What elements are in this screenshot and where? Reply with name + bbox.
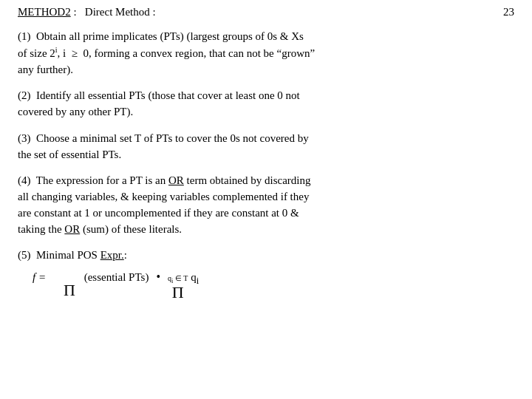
step-5-text: (5) Minimal POS Expr.: [18, 248, 514, 264]
step-3: (3) Choose a minimal set T of PTs to cov… [18, 131, 514, 163]
method2-label: METHOD2 [18, 6, 71, 18]
header-left: METHOD2 : Direct Method : [18, 6, 156, 18]
page: METHOD2 : Direct Method : 23 (1) Obtain … [0, 0, 532, 399]
f-eq: f = [33, 270, 46, 286]
header-colon2: : [152, 6, 155, 18]
header-colon1: : [73, 6, 84, 18]
pi-symbol: Π [64, 282, 75, 299]
step-5: (5) Minimal POS Expr.: f = Π (essential … [18, 248, 514, 301]
step-2: (2) Identify all essential PTs (those th… [18, 88, 514, 120]
essential-pts: (essential PTs) [81, 270, 149, 286]
step-3-text: (3) Choose a minimal set T of PTs to cov… [18, 131, 514, 163]
formula-line: f = Π (essential PTs) • qi ∈ T Π qi [18, 268, 514, 301]
or-underline-1: OR [168, 174, 184, 186]
or-underline-2: OR [64, 223, 80, 235]
product-pi: Π [172, 284, 184, 301]
bullet-dot: • [156, 268, 160, 285]
step-1: (1) Obtain all prime implicates (PTs) (l… [18, 29, 514, 78]
header: METHOD2 : Direct Method : 23 [18, 6, 514, 18]
content: (1) Obtain all prime implicates (PTs) (l… [18, 29, 514, 301]
step-2-text: (2) Identify all essential PTs (those th… [18, 88, 514, 120]
method-name: Direct Method [85, 6, 150, 18]
step-4-text: (4) The expression for a PT is an OR ter… [18, 173, 514, 237]
q-i-label: qi [191, 270, 199, 287]
pos-expr-underline: Expr. [100, 249, 124, 261]
product-outer: qi ∈ T Π [168, 274, 188, 301]
big-pi-group: Π [64, 275, 77, 299]
formula-expression: Π (essential PTs) • qi ∈ T Π qi [64, 268, 199, 301]
page-number: 23 [503, 6, 514, 18]
step-1-text: (1) Obtain all prime implicates (PTs) (l… [18, 29, 514, 78]
step-4: (4) The expression for a PT is an OR ter… [18, 173, 514, 237]
